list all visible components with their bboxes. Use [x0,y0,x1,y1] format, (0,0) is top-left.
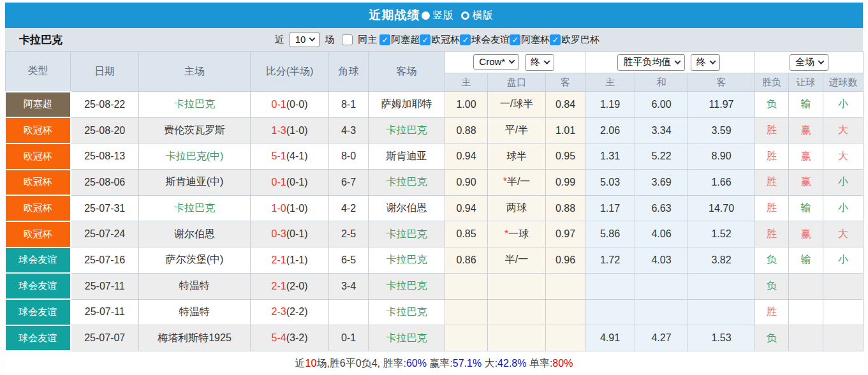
goals-cell [823,299,864,325]
score-cell: 0-3(0-1) [251,221,329,247]
summary-segment: 42.8% [497,358,526,369]
summary-segment: 57.1% [453,358,482,369]
type-cell[interactable]: 阿塞超 [6,92,71,118]
goals-cell: 大 [823,221,864,247]
avg-draw-odds: 6.63 [635,195,688,221]
avg-away-odds: 14.70 [688,195,755,221]
vertical-layout-label[interactable]: 竖版 [433,9,453,22]
result-cell: 胜 [755,221,789,247]
same-home-checkbox[interactable] [342,34,353,45]
odds-company-select[interactable]: Crow* [473,54,519,70]
home-team-cell[interactable]: 特温特 [139,273,251,299]
type-cell[interactable]: 球会友谊 [6,299,71,325]
score-cell: 0-1(0-0) [251,92,329,118]
corner-cell [329,299,369,325]
home-team-cell[interactable]: 斯肯迪亚(中) [139,170,251,196]
away-team-cell[interactable]: 卡拉巴克 [369,299,445,325]
away-team-cell[interactable]: 卡拉巴克 [369,117,445,143]
result-cell: 负 [755,325,789,351]
subcol-header-letgoal: 让球 [789,73,823,92]
away-team-cell[interactable]: 谢尔伯恩 [369,195,445,221]
table-row: 欧冠杯25-07-24谢尔伯恩0-3(0-1)2-5卡拉巴克0.85*一球0.9… [6,221,864,247]
chevron-down-icon [543,58,550,64]
score-cell: 1-0(1-0) [251,195,329,221]
odds-stage-select[interactable]: 终 [525,54,554,71]
date-cell: 25-07-11 [71,273,139,299]
vertical-layout-radio[interactable] [422,11,430,20]
avg-draw-odds: 4.27 [635,325,688,351]
away-team-cell[interactable]: 斯肯迪亚 [369,143,445,170]
goals-cell: 小 [823,170,864,196]
away-team-cell[interactable]: 卡拉巴克 [369,221,445,247]
horizontal-layout-radio[interactable] [461,11,469,20]
avg-type-select[interactable]: 胜平负均值 [617,54,685,71]
filters-group: 近 10 场 同主 ✓阿塞超✓欧冠杯✓球会友谊✓阿塞杯✓欧罗巴杯 [275,32,600,47]
league-checkbox-0[interactable]: ✓ [379,34,390,45]
avg-home-odds [585,299,635,325]
avg-away-odds: 3.59 [688,117,755,143]
summary-segment: 80% [552,358,573,369]
horizontal-layout-label[interactable]: 横版 [473,9,493,22]
home-team-cell[interactable]: 梅塔利斯特1925 [139,325,251,351]
handicap-home-odds [445,273,488,299]
type-cell[interactable]: 欧冠杯 [6,195,71,221]
away-team-cell[interactable]: 卡拉巴克 [369,247,445,274]
league-checkbox-3[interactable]: ✓ [510,34,520,45]
league-checkbox-4[interactable]: ✓ [550,34,561,45]
avg-home-odds [585,273,635,299]
avg-home-odds: 1.31 [585,143,635,170]
recent-results-panel: 近期战绩竖版横版 卡拉巴克 近 10 场 同主 ✓阿塞超✓欧冠杯✓球会友谊✓阿塞… [0,0,868,375]
league-filter-item: ✓欧冠杯 [420,34,460,46]
league-checkbox-1[interactable]: ✓ [420,34,430,45]
avg-home-odds: 4.91 [585,325,635,351]
avg-home-odds: 5.86 [585,221,635,247]
result-cell: 胜 [755,299,789,325]
type-cell[interactable]: 欧冠杯 [6,221,71,247]
avg-draw-odds [635,299,688,325]
home-team-cell[interactable]: 萨尔茨堡(中) [139,247,251,274]
matches-count-select[interactable]: 10 [290,32,320,47]
type-cell[interactable]: 球会友谊 [6,325,71,351]
away-team-cell[interactable]: 卡拉巴克 [369,325,445,351]
avg-stage-select[interactable]: 终 [691,54,720,71]
type-cell[interactable]: 球会友谊 [6,273,71,299]
away-team-cell[interactable]: 卡拉巴克 [369,273,445,299]
type-cell[interactable]: 欧冠杯 [6,143,71,170]
avg-away-odds: 8.90 [688,143,755,170]
letgoal-cell: 赢 [789,117,823,143]
goals-cell: 小 [823,195,864,221]
corner-cell: 8-1 [329,92,369,118]
result-cell: 负 [755,247,789,274]
avg-draw-odds [635,273,688,299]
avg-away-odds: 11.97 [688,92,755,118]
table-row: 阿塞超25-08-22卡拉巴克0-1(0-0)8-1萨姆加耶特1.00一/球半0… [6,92,864,118]
avg-draw-odds: 3.69 [635,170,688,196]
col-header-score: 比分(半场) [251,52,329,92]
scope-select[interactable]: 全场 [790,54,828,71]
home-team-cell[interactable]: 特温特 [139,299,251,325]
goals-cell: 小 [823,92,864,118]
home-team-cell[interactable]: 谢尔伯恩 [139,221,251,247]
table-row: 球会友谊25-07-16萨尔茨堡(中)2-1(1-1)6-5卡拉巴克0.86半/… [6,247,864,274]
away-team-cell[interactable]: 卡拉巴克 [369,170,445,196]
date-cell: 25-08-13 [71,143,139,170]
type-cell[interactable]: 欧冠杯 [6,117,71,143]
subcol-header-crow-away: 客 [546,73,585,92]
score-cell: 5-4(3-2) [251,325,329,351]
home-team-cell[interactable]: 费伦茨瓦罗斯 [139,117,251,143]
type-cell[interactable]: 欧冠杯 [6,170,71,196]
avg-home-odds: 1.17 [585,195,635,221]
league-filter-item: ✓阿塞超 [379,34,420,46]
col-header-date: 日期 [71,52,139,92]
away-team-cell[interactable]: 萨姆加耶特 [369,92,445,118]
avg-draw-odds: 4.06 [635,221,688,247]
home-team-cell[interactable]: 卡拉巴克 [139,92,251,118]
home-team-cell[interactable]: 卡拉巴克 [139,195,251,221]
home-team-cell[interactable]: 卡拉巴克(中) [139,143,251,170]
handicap-away-odds [546,273,585,299]
col-header-type: 类型 [6,52,71,92]
league-checkbox-2[interactable]: ✓ [460,34,471,45]
league-label-1: 欧冠杯 [431,34,460,46]
table-row: 欧冠杯25-08-13卡拉巴克(中)5-1(4-1)8-0斯肯迪亚0.94球半0… [6,143,864,170]
type-cell[interactable]: 球会友谊 [6,247,71,274]
